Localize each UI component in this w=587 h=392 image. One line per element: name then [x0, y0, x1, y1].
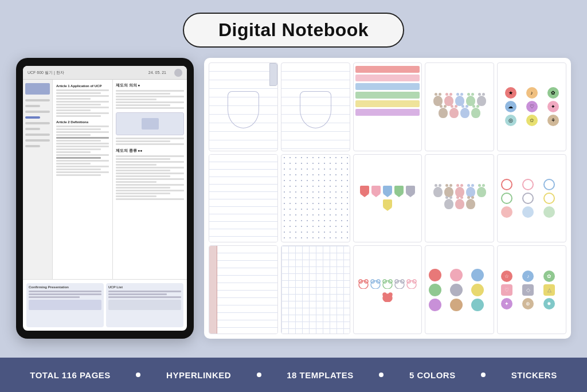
svg-rect-0 — [360, 186, 369, 194]
bottom-card-title: Confirming Presentation — [29, 285, 101, 289]
grid-page — [281, 246, 350, 334]
washi-pink — [355, 75, 420, 81]
korean-title-1: 제도의 의의 ● — [116, 83, 184, 88]
sticker-icon-3: ✿ — [543, 87, 562, 99]
bottom-card-img — [29, 300, 101, 310]
title-badge: Digital Notebook — [183, 13, 404, 48]
preview-cell-14 — [425, 245, 494, 334]
preview-cell-9 — [425, 154, 494, 243]
article1-title: Article 1 Application of UCP — [56, 84, 109, 88]
bear-outline-3 — [382, 277, 393, 289]
flag-green — [394, 186, 404, 197]
mix-3: ✿ — [543, 271, 562, 282]
preview-grid: ★ ♪ ✿ ☁ ♡ ✦ ◎ ✩ ⚘ — [204, 58, 571, 339]
cell-tab-1 — [269, 63, 277, 86]
washi-red — [355, 66, 420, 73]
preview-cell-11 — [209, 245, 278, 334]
bear-outline-1 — [358, 277, 369, 289]
mix-9: ✸ — [543, 298, 562, 309]
mix-1: ☆ — [501, 271, 520, 282]
footer-colors-label: 5 COLORS — [409, 370, 456, 380]
footer-dot-2 — [257, 373, 261, 377]
sticker-icon-9: ⚘ — [543, 115, 562, 126]
sticker-icon-4: ☁ — [501, 101, 520, 112]
bear-outline-4 — [394, 277, 405, 289]
sidebar-line-2 — [25, 105, 40, 107]
flag-yellow — [383, 199, 392, 211]
sticker-icon-2: ♪ — [522, 87, 541, 99]
bottom-card-2: UCP List — [106, 283, 183, 327]
preview-cell-1 — [209, 62, 278, 151]
sticker-icon-5: ♡ — [522, 101, 541, 112]
flag-blue — [383, 186, 392, 197]
sticker-icon-8: ✩ — [522, 115, 541, 126]
sidebar-line-3 — [25, 111, 50, 113]
outline-circle-4 — [501, 193, 520, 204]
preview-cell-7 — [281, 154, 350, 243]
label-shape-1 — [228, 91, 259, 128]
bear-pink-r2-2 — [455, 199, 464, 209]
svg-point-21 — [395, 281, 404, 289]
svg-rect-6 — [394, 186, 404, 194]
preview-cell-10 — [497, 154, 566, 243]
outline-circle-2 — [522, 179, 541, 190]
svg-point-12 — [359, 281, 368, 289]
sidebar-line-4 — [25, 122, 50, 124]
outline-sticker-grid — [498, 175, 566, 221]
preview-cell-4 — [425, 62, 494, 151]
bear-default-2 — [439, 108, 448, 118]
bottom-card-img-2 — [108, 300, 181, 310]
sidebar-line-accent — [25, 116, 40, 119]
bear-green-2 — [471, 108, 480, 118]
bottom-card-1: Confirming Presentation — [26, 283, 104, 327]
bear-pink-2 — [449, 108, 459, 118]
washi-blue — [355, 83, 420, 90]
svg-point-24 — [407, 281, 416, 289]
mix-7: ✦ — [501, 298, 520, 309]
tablet-header-left: UCF 600 필기 | 한자 — [28, 70, 64, 76]
bear-gray-r2-2 — [444, 199, 453, 209]
sidebar-line-6 — [25, 134, 50, 136]
tablet-circle-button[interactable] — [174, 69, 182, 77]
footer-bar: TOTAL 116 PAGES HYPERLINKED 18 TEMPLATES… — [0, 358, 587, 392]
main-title: Digital Notebook — [218, 19, 369, 41]
filled-2 — [450, 269, 469, 281]
mix-2: ♪ — [522, 271, 541, 282]
filled-4 — [429, 284, 448, 296]
washi-tape-cell — [354, 63, 422, 151]
preview-cell-13 — [353, 245, 422, 334]
mini-lined-page — [209, 155, 277, 242]
tablet-korean-col: 제도의 의의 ● — [112, 80, 187, 279]
sidebar-line-8 — [25, 145, 40, 147]
footer-hyperlinked-label: HYPERLINKED — [166, 370, 231, 380]
outline-circle-6 — [543, 193, 562, 204]
bear-sticker-area — [425, 93, 494, 120]
mix-6: △ — [543, 284, 562, 296]
footer-item-pages: TOTAL 116 PAGES — [30, 370, 111, 380]
footer-templates-label: 18 TEMPLATES — [287, 370, 354, 380]
tablet-main-text: Article 1 Application of UCP Article 2 D… — [53, 80, 112, 279]
washi-purple — [355, 109, 420, 116]
inner-image — [142, 118, 159, 130]
svg-marker-7 — [394, 194, 404, 197]
filled-circle-grid — [425, 265, 494, 315]
svg-point-18 — [383, 281, 392, 289]
flag-gray — [406, 186, 415, 197]
preview-cell-8 — [353, 154, 422, 243]
filled-8 — [450, 299, 469, 311]
preview-cell-6 — [209, 154, 278, 243]
tablet-header-right: 24. 05. 21 — [148, 70, 166, 75]
outline-circle-1 — [501, 179, 520, 190]
svg-point-15 — [371, 281, 380, 289]
footer-dot-4 — [481, 373, 486, 377]
svg-marker-1 — [360, 194, 369, 197]
bottom-card-title-2: UCP List — [108, 285, 181, 289]
tablet-screen: UCF 600 필기 | 한자 24. 05. 21 — [23, 66, 187, 331]
korean-title-2: 제도의 종류 ●● — [116, 148, 184, 154]
filled-7 — [429, 299, 448, 311]
bear-default-r2-2 — [466, 199, 475, 209]
mix-5: ◇ — [522, 284, 541, 296]
article2-title: Article 2 Definitions — [56, 120, 109, 124]
page-red-margin — [209, 246, 217, 334]
tablet-body: Article 1 Application of UCP Article 2 D… — [23, 80, 187, 279]
